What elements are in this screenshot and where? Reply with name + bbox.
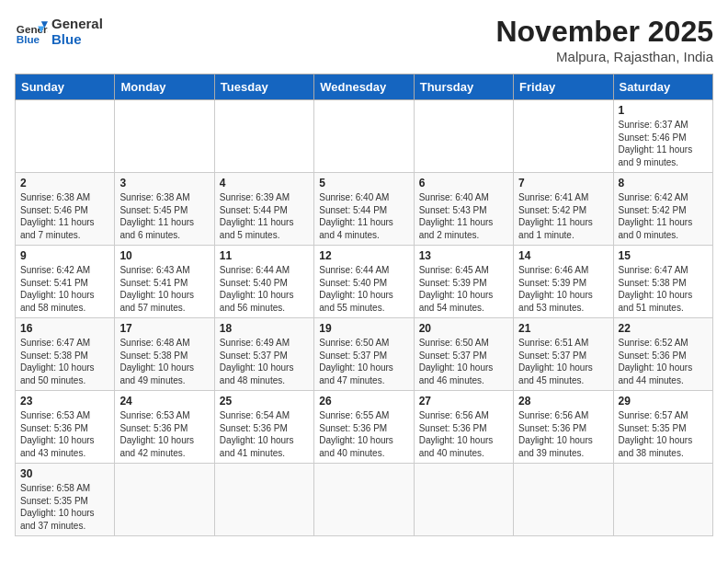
- calendar-cell: [613, 464, 712, 536]
- day-info: Sunrise: 6:46 AM Sunset: 5:39 PM Dayligh…: [518, 264, 608, 314]
- month-title: November 2025: [495, 15, 713, 49]
- calendar-cell: 9Sunrise: 6:42 AM Sunset: 5:41 PM Daylig…: [16, 246, 115, 318]
- day-number: 11: [220, 249, 309, 262]
- calendar-cell: 1Sunrise: 6:37 AM Sunset: 5:46 PM Daylig…: [613, 100, 712, 173]
- day-number: 18: [220, 322, 309, 335]
- day-info: Sunrise: 6:53 AM Sunset: 5:36 PM Dayligh…: [20, 409, 109, 459]
- calendar-cell: [214, 464, 313, 536]
- calendar-cell: 16Sunrise: 6:47 AM Sunset: 5:38 PM Dayli…: [16, 318, 115, 391]
- calendar-cell: 2Sunrise: 6:38 AM Sunset: 5:46 PM Daylig…: [16, 173, 115, 246]
- day-info: Sunrise: 6:38 AM Sunset: 5:46 PM Dayligh…: [20, 191, 109, 241]
- day-number: 21: [518, 322, 608, 335]
- day-number: 22: [619, 322, 708, 335]
- day-info: Sunrise: 6:41 AM Sunset: 5:42 PM Dayligh…: [518, 191, 608, 241]
- day-info: Sunrise: 6:56 AM Sunset: 5:36 PM Dayligh…: [419, 409, 508, 459]
- calendar-cell: [414, 464, 513, 536]
- calendar-cell: 6Sunrise: 6:40 AM Sunset: 5:43 PM Daylig…: [414, 173, 513, 246]
- day-number: 7: [518, 177, 608, 190]
- day-number: 1: [619, 104, 708, 117]
- day-info: Sunrise: 6:44 AM Sunset: 5:40 PM Dayligh…: [220, 264, 309, 314]
- day-number: 28: [518, 395, 608, 408]
- day-number: 8: [619, 177, 708, 190]
- day-number: 16: [20, 322, 109, 335]
- day-info: Sunrise: 6:51 AM Sunset: 5:37 PM Dayligh…: [518, 337, 608, 386]
- calendar-cell: 26Sunrise: 6:55 AM Sunset: 5:36 PM Dayli…: [314, 391, 414, 464]
- day-info: Sunrise: 6:39 AM Sunset: 5:44 PM Dayligh…: [220, 191, 309, 241]
- calendar-cell: 22Sunrise: 6:52 AM Sunset: 5:36 PM Dayli…: [613, 318, 712, 391]
- calendar-cell: 12Sunrise: 6:44 AM Sunset: 5:40 PM Dayli…: [314, 246, 414, 318]
- day-of-week-header: Wednesday: [314, 75, 414, 100]
- calendar-cell: 7Sunrise: 6:41 AM Sunset: 5:42 PM Daylig…: [514, 173, 613, 246]
- logo-text-general: General: [51, 16, 103, 31]
- calendar-header-row: SundayMondayTuesdayWednesdayThursdayFrid…: [16, 75, 713, 100]
- calendar-cell: [314, 100, 414, 173]
- day-info: Sunrise: 6:57 AM Sunset: 5:35 PM Dayligh…: [619, 409, 708, 459]
- day-info: Sunrise: 6:40 AM Sunset: 5:44 PM Dayligh…: [319, 191, 408, 241]
- day-number: 9: [20, 249, 109, 262]
- day-number: 29: [619, 395, 708, 408]
- calendar-cell: [115, 100, 214, 173]
- day-of-week-header: Sunday: [16, 75, 115, 100]
- calendar-cell: 14Sunrise: 6:46 AM Sunset: 5:39 PM Dayli…: [514, 246, 613, 318]
- calendar-cell: 21Sunrise: 6:51 AM Sunset: 5:37 PM Dayli…: [514, 318, 613, 391]
- day-info: Sunrise: 6:42 AM Sunset: 5:41 PM Dayligh…: [20, 264, 109, 314]
- calendar-cell: 18Sunrise: 6:49 AM Sunset: 5:37 PM Dayli…: [214, 318, 313, 391]
- calendar-cell: 19Sunrise: 6:50 AM Sunset: 5:37 PM Dayli…: [314, 318, 414, 391]
- day-info: Sunrise: 6:42 AM Sunset: 5:42 PM Dayligh…: [619, 191, 708, 241]
- day-number: 12: [319, 249, 408, 262]
- calendar-cell: [514, 464, 613, 536]
- calendar-cell: [214, 100, 313, 173]
- day-info: Sunrise: 6:43 AM Sunset: 5:41 PM Dayligh…: [119, 264, 209, 314]
- day-number: 23: [20, 395, 109, 408]
- calendar-cell: [514, 100, 613, 173]
- logo-text-blue: Blue: [51, 31, 103, 47]
- calendar-cell: 30Sunrise: 6:58 AM Sunset: 5:35 PM Dayli…: [16, 464, 115, 536]
- day-number: 17: [119, 322, 209, 335]
- calendar-cell: 3Sunrise: 6:38 AM Sunset: 5:45 PM Daylig…: [115, 173, 214, 246]
- day-number: 20: [419, 322, 508, 335]
- day-info: Sunrise: 6:50 AM Sunset: 5:37 PM Dayligh…: [319, 337, 408, 386]
- calendar-cell: 27Sunrise: 6:56 AM Sunset: 5:36 PM Dayli…: [414, 391, 513, 464]
- calendar-cell: 5Sunrise: 6:40 AM Sunset: 5:44 PM Daylig…: [314, 173, 414, 246]
- day-info: Sunrise: 6:54 AM Sunset: 5:36 PM Dayligh…: [220, 409, 309, 459]
- calendar-cell: 13Sunrise: 6:45 AM Sunset: 5:39 PM Dayli…: [414, 246, 513, 318]
- day-info: Sunrise: 6:44 AM Sunset: 5:40 PM Dayligh…: [319, 264, 408, 314]
- day-number: 6: [419, 177, 508, 190]
- day-number: 30: [20, 467, 109, 480]
- svg-text:Blue: Blue: [17, 33, 40, 45]
- calendar-cell: 20Sunrise: 6:50 AM Sunset: 5:37 PM Dayli…: [414, 318, 513, 391]
- title-block: November 2025 Malpura, Rajasthan, India: [495, 15, 713, 64]
- calendar-cell: 8Sunrise: 6:42 AM Sunset: 5:42 PM Daylig…: [613, 173, 712, 246]
- day-number: 27: [419, 395, 508, 408]
- calendar-cell: 28Sunrise: 6:56 AM Sunset: 5:36 PM Dayli…: [514, 391, 613, 464]
- day-number: 4: [220, 177, 309, 190]
- calendar-cell: 24Sunrise: 6:53 AM Sunset: 5:36 PM Dayli…: [115, 391, 214, 464]
- day-info: Sunrise: 6:47 AM Sunset: 5:38 PM Dayligh…: [619, 264, 708, 314]
- day-info: Sunrise: 6:38 AM Sunset: 5:45 PM Dayligh…: [119, 191, 209, 241]
- day-number: 14: [518, 249, 608, 262]
- day-number: 19: [319, 322, 408, 335]
- day-number: 13: [419, 249, 508, 262]
- calendar-cell: [314, 464, 414, 536]
- day-number: 5: [319, 177, 408, 190]
- day-info: Sunrise: 6:45 AM Sunset: 5:39 PM Dayligh…: [419, 264, 508, 314]
- day-info: Sunrise: 6:55 AM Sunset: 5:36 PM Dayligh…: [319, 409, 408, 459]
- day-number: 15: [619, 249, 708, 262]
- location-subtitle: Malpura, Rajasthan, India: [495, 49, 713, 64]
- day-info: Sunrise: 6:58 AM Sunset: 5:35 PM Dayligh…: [20, 482, 109, 532]
- calendar-cell: 4Sunrise: 6:39 AM Sunset: 5:44 PM Daylig…: [214, 173, 313, 246]
- calendar-cell: 17Sunrise: 6:48 AM Sunset: 5:38 PM Dayli…: [115, 318, 214, 391]
- calendar-cell: [414, 100, 513, 173]
- calendar-cell: 11Sunrise: 6:44 AM Sunset: 5:40 PM Dayli…: [214, 246, 313, 318]
- logo: General Blue General Blue: [15, 15, 103, 48]
- day-info: Sunrise: 6:49 AM Sunset: 5:37 PM Dayligh…: [220, 337, 309, 386]
- day-number: 10: [119, 249, 209, 262]
- day-info: Sunrise: 6:48 AM Sunset: 5:38 PM Dayligh…: [119, 337, 209, 386]
- calendar-cell: 15Sunrise: 6:47 AM Sunset: 5:38 PM Dayli…: [613, 246, 712, 318]
- day-of-week-header: Tuesday: [214, 75, 313, 100]
- day-number: 24: [119, 395, 209, 408]
- day-number: 26: [319, 395, 408, 408]
- day-of-week-header: Saturday: [613, 75, 712, 100]
- day-info: Sunrise: 6:37 AM Sunset: 5:46 PM Dayligh…: [619, 119, 708, 168]
- day-info: Sunrise: 6:50 AM Sunset: 5:37 PM Dayligh…: [419, 337, 508, 386]
